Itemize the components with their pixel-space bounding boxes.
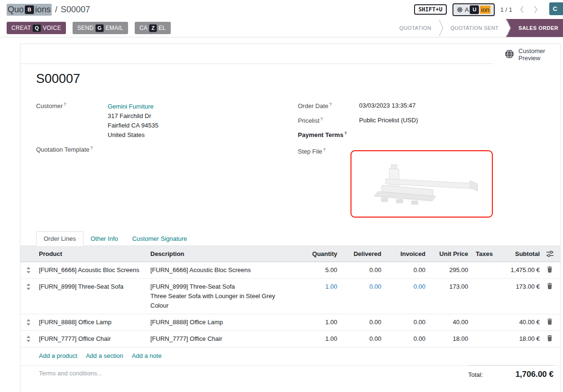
cell-subtotal: 173.00 € <box>494 279 544 295</box>
tab-other-info[interactable]: Other Info <box>83 232 125 246</box>
step-file-preview[interactable] <box>351 150 493 218</box>
pager-prev-button[interactable] <box>518 5 526 14</box>
customer-address-line: United States <box>108 130 158 140</box>
cell-taxes[interactable] <box>474 262 494 269</box>
total-label: Total: <box>468 371 483 378</box>
notebook-tabs: Order Lines Other Info Customer Signatur… <box>20 231 560 246</box>
cell-unit-price[interactable]: 295.00 <box>426 262 474 278</box>
order-line-row: [FURN_7777] Office Chair [FURN_7777] Off… <box>20 331 560 347</box>
terms-and-conditions-placeholder[interactable]: Terms and conditions... <box>39 370 102 377</box>
cell-taxes[interactable] <box>474 279 494 285</box>
cell-invoiced[interactable]: 0.00 <box>382 262 426 278</box>
add-a-product-link[interactable]: Add a product <box>39 352 77 359</box>
order-line-row: [FURN_8999] Three-Seat Sofa [FURN_8999] … <box>20 279 560 314</box>
cell-product[interactable]: [FURN_7777] Office Chair <box>36 331 148 347</box>
cell-description[interactable]: [FURN_8999] Three-Seat SofaThree Seater … <box>148 279 295 314</box>
add-a-section-link[interactable]: Add a section <box>86 352 123 359</box>
add-a-note-link[interactable]: Add a note <box>132 352 162 359</box>
cell-subtotal: 1,475.00 € <box>494 262 544 278</box>
breadcrumb-parent-post: ions <box>35 5 51 15</box>
customer-address-line: 317 Fairchild Dr <box>108 111 158 121</box>
breadcrumb-parent-pre: Quo <box>8 5 24 15</box>
globe-icon <box>505 49 514 60</box>
status-step-label: QUOTATION SENT <box>450 25 498 31</box>
cell-unit-price[interactable]: 18.00 <box>426 331 474 347</box>
status-step-quotation-sent[interactable]: QUOTATION SENT <box>439 19 506 37</box>
status-step-sales-order[interactable]: SALES ORDER <box>506 19 563 37</box>
drag-handle-icon[interactable] <box>20 314 36 326</box>
send-email-label-post: EMAIL <box>105 25 123 31</box>
cell-quantity[interactable]: 1.00 <box>295 279 338 295</box>
cell-taxes[interactable] <box>474 314 494 321</box>
pricelist-value[interactable]: Public Pricelist (USD) <box>359 117 418 124</box>
col-delivered: Delivered <box>338 249 382 259</box>
cell-subtotal: 40.00 € <box>494 314 544 330</box>
create-invoice-button[interactable]: CREATQVOICE <box>7 22 66 34</box>
cell-subtotal: 18.00 € <box>494 331 544 347</box>
cancel-button[interactable]: CAZEL <box>135 22 171 34</box>
cell-invoiced[interactable]: 0.00 <box>382 314 426 330</box>
cell-delivered[interactable]: 0.00 <box>338 279 382 295</box>
delete-line-button[interactable] <box>544 314 556 325</box>
action-label-pre: A <box>465 6 469 13</box>
form-sheet: Customer Preview S00007 Customer? Gemini… <box>20 44 561 392</box>
cell-delivered[interactable]: 0.00 <box>338 262 382 278</box>
cell-product[interactable]: [FURN_8999] Three-Seat Sofa <box>36 279 148 295</box>
order-date-label: Order Date? <box>298 102 332 109</box>
cell-description[interactable]: [FURN_7777] Office Chair <box>148 331 295 347</box>
breadcrumb-current: S00007 <box>61 5 90 15</box>
pager-next-button[interactable] <box>532 5 540 14</box>
action-menu-button[interactable]: AUion <box>452 3 495 16</box>
sheet-top-divider <box>20 64 494 64</box>
send-email-label-pre: SEND <box>77 25 94 31</box>
cell-taxes[interactable] <box>474 331 494 337</box>
col-quantity: Quantity <box>295 249 338 259</box>
delete-line-button[interactable] <box>544 279 556 289</box>
cancel-label-pre: CA <box>139 25 148 31</box>
status-step-quotation[interactable]: QUOTATION <box>391 19 439 37</box>
customer-field: Gemini Furniture 317 Fairchild Dr Fairfi… <box>108 102 158 140</box>
col-subtotal: Subtotal <box>494 249 544 259</box>
cell-description[interactable]: [FURN_6666] Acoustic Bloc Screens <box>148 262 295 278</box>
send-email-button[interactable]: SENDGEMAIL <box>73 22 128 34</box>
cell-delivered[interactable]: 0.00 <box>338 331 382 347</box>
total-value: 1,706.00 € <box>516 370 554 379</box>
delete-line-button[interactable] <box>544 331 556 341</box>
control-panel: CREATQVOICE SENDGEMAIL CAZEL QUOTATION Q… <box>0 19 563 37</box>
cell-unit-price[interactable]: 173.00 <box>426 279 474 295</box>
hint-badge-b: B <box>25 5 34 14</box>
cell-quantity[interactable]: 1.00 <box>295 314 338 330</box>
optional-columns-icon[interactable] <box>544 251 556 257</box>
cell-delivered[interactable]: 0.00 <box>338 314 382 330</box>
order-date-value[interactable]: 03/03/2023 13:35:47 <box>359 102 415 109</box>
order-lines-header-row: Product Description Quantity Delivered I… <box>20 246 560 262</box>
create-invoice-label-post: VOICE <box>43 25 61 31</box>
help-icon: ? <box>321 117 323 121</box>
customer-link[interactable]: Gemini Furniture <box>108 103 154 110</box>
cell-product[interactable]: [FURN_6666] Acoustic Bloc Screens <box>36 262 148 278</box>
hint-badge-u: U <box>470 5 479 14</box>
tab-customer-signature[interactable]: Customer Signature <box>125 232 194 246</box>
cell-quantity[interactable]: 5.00 <box>295 262 338 278</box>
cell-quantity[interactable]: 1.00 <box>295 331 338 347</box>
drag-handle-icon[interactable] <box>20 279 36 290</box>
status-step-label: QUOTATION <box>399 25 431 31</box>
cell-unit-price[interactable]: 40.00 <box>426 314 474 330</box>
cell-invoiced[interactable]: 0.00 <box>382 279 426 295</box>
pricelist-label: Pricelist? <box>298 117 323 124</box>
customer-preview-button[interactable]: Customer Preview <box>505 47 550 62</box>
order-title: S00007 <box>36 72 80 86</box>
help-icon: ? <box>329 102 332 107</box>
col-unit-price: Unit Price <box>426 249 474 259</box>
cell-invoiced[interactable]: 0.00 <box>382 331 426 347</box>
delete-line-button[interactable] <box>544 262 556 273</box>
drag-handle-icon[interactable] <box>20 331 36 342</box>
drag-handle-icon[interactable] <box>20 262 36 273</box>
cell-product[interactable]: [FURN_8888] Office Lamp <box>36 314 148 330</box>
shortcut-badge: SHIFT+U <box>414 4 447 15</box>
cell-description[interactable]: [FURN_8888] Office Lamp <box>148 314 295 330</box>
breadcrumb-quotations-link[interactable]: QuoBions <box>7 4 52 16</box>
breadcrumb-separator: / <box>55 5 57 15</box>
tab-order-lines[interactable]: Order Lines <box>36 231 83 246</box>
col-product: Product <box>36 249 148 259</box>
